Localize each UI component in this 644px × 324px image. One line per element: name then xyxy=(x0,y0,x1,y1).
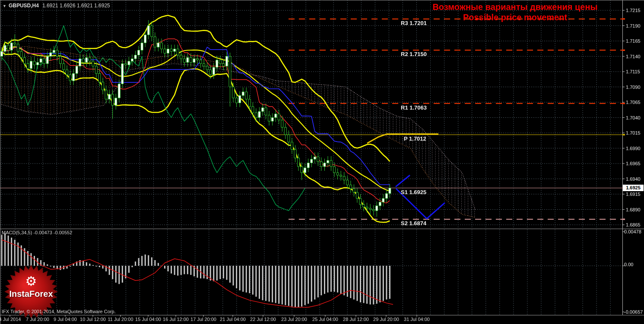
symbol-period-label: GBPUSD,H4 xyxy=(9,3,39,9)
chevron-down-icon: ▼ xyxy=(3,4,6,8)
ohlc-quotes-label: 1.6921 1.6926 1.6921 1.6925 xyxy=(42,3,110,9)
mt4-chart-window: ▼GBPUSD,H41.6921 1.6926 1.6921 1.6925 Во… xyxy=(0,0,644,324)
time-axis[interactable] xyxy=(0,315,622,324)
chart-canvas[interactable] xyxy=(0,0,644,324)
symbol-dropdown[interactable]: ▼GBPUSD,H41.6921 1.6926 1.6921 1.6925 xyxy=(3,3,110,9)
price-axis[interactable] xyxy=(622,0,644,315)
